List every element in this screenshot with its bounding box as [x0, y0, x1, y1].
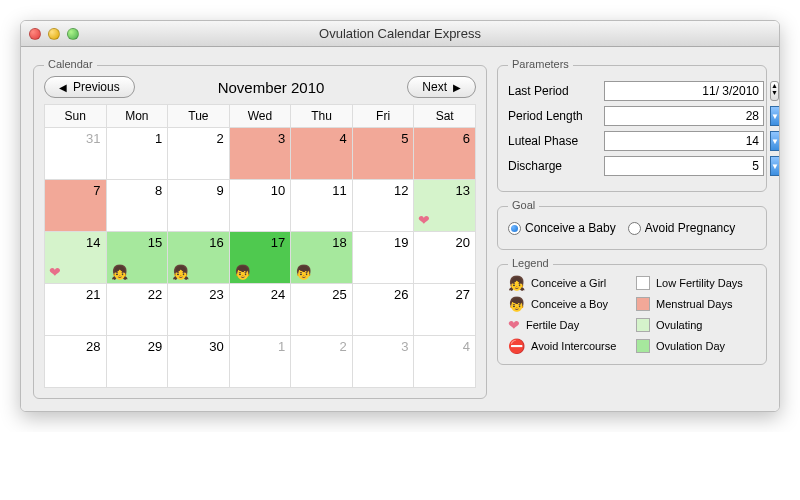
parameters-panel: Parameters Last Period ▲ ▼ Period Length… — [497, 65, 767, 192]
day-header: Fri — [352, 105, 414, 128]
conceive-label: Conceive a Baby — [525, 221, 616, 235]
last-period-stepper[interactable]: ▲ ▼ — [770, 81, 779, 101]
radio-icon — [628, 222, 641, 235]
calendar-cell[interactable]: 7 — [45, 180, 107, 232]
calendar-cell[interactable]: 1 — [229, 336, 291, 388]
calendar-cell[interactable]: 2 — [291, 336, 353, 388]
cell-date: 6 — [463, 131, 470, 146]
cell-date: 4 — [463, 339, 470, 354]
cell-date: 13 — [456, 183, 470, 198]
period-length-field[interactable] — [604, 106, 764, 126]
calendar-cell[interactable]: 4 — [414, 336, 476, 388]
previous-button[interactable]: ◀ Previous — [44, 76, 135, 98]
legend-item: Ovulating — [636, 317, 756, 333]
calendar-cell[interactable]: 18👦 — [291, 232, 353, 284]
calendar-cell[interactable]: 3 — [229, 128, 291, 180]
day-header-row: SunMonTueWedThuFriSat — [45, 105, 476, 128]
day-header: Sun — [45, 105, 107, 128]
period-length-label: Period Length — [508, 109, 598, 123]
luteal-phase-dropdown[interactable]: ▼ — [770, 131, 780, 151]
cell-date: 30 — [209, 339, 223, 354]
chevron-right-icon: ▶ — [453, 82, 461, 93]
cell-date: 23 — [209, 287, 223, 302]
girl-icon: 👧 — [172, 264, 189, 280]
color-swatch — [636, 339, 650, 353]
avoid-radio[interactable]: Avoid Pregnancy — [628, 221, 736, 235]
calendar-cell[interactable]: 2 — [168, 128, 230, 180]
calendar-cell[interactable]: 25 — [291, 284, 353, 336]
cell-date: 1 — [278, 339, 285, 354]
girl-icon: 👧 — [111, 264, 128, 280]
luteal-phase-row: Luteal Phase ▼ days — [508, 131, 756, 151]
calendar-cell[interactable]: 11 — [291, 180, 353, 232]
legend-item: Low Fertility Days — [636, 275, 756, 291]
calendar-cell[interactable]: 20 — [414, 232, 476, 284]
calendar-cell[interactable]: 24 — [229, 284, 291, 336]
calendar-cell[interactable]: 6 — [414, 128, 476, 180]
calendar-cell[interactable]: 28 — [45, 336, 107, 388]
calendar-cell[interactable]: 23 — [168, 284, 230, 336]
legend-item: ⛔Avoid Intercourse — [508, 338, 628, 354]
calendar-row: 2829301234 — [45, 336, 476, 388]
luteal-phase-field[interactable] — [604, 131, 764, 151]
zoom-icon[interactable] — [67, 28, 79, 40]
legend-item: Ovulation Day — [636, 338, 756, 354]
color-swatch — [636, 297, 650, 311]
calendar-row: 14❤15👧16👧17👦18👦1920 — [45, 232, 476, 284]
calendar-cell[interactable]: 30 — [168, 336, 230, 388]
calendar-cell[interactable]: 16👧 — [168, 232, 230, 284]
legend-label: Menstrual Days — [656, 298, 732, 310]
legend-panel: Legend 👧Conceive a GirlLow Fertility Day… — [497, 264, 767, 365]
cell-date: 18 — [332, 235, 346, 250]
period-length-dropdown[interactable]: ▼ — [770, 106, 780, 126]
legend-label: Fertile Day — [526, 319, 579, 331]
close-icon[interactable] — [29, 28, 41, 40]
calendar-cell[interactable]: 15👧 — [106, 232, 168, 284]
conceive-radio[interactable]: Conceive a Baby — [508, 221, 616, 235]
calendar-cell[interactable]: 9 — [168, 180, 230, 232]
next-button[interactable]: Next ▶ — [407, 76, 476, 98]
discharge-field[interactable] — [604, 156, 764, 176]
calendar-cell[interactable]: 22 — [106, 284, 168, 336]
cell-date: 3 — [401, 339, 408, 354]
cell-date: 12 — [394, 183, 408, 198]
calendar-cell[interactable]: 12 — [352, 180, 414, 232]
calendar-cell[interactable]: 17👦 — [229, 232, 291, 284]
girl-icon: 👧 — [508, 275, 525, 291]
period-length-row: Period Length ▼ days — [508, 106, 756, 126]
legend-label: Conceive a Girl — [531, 277, 606, 289]
calendar-cell[interactable]: 1 — [106, 128, 168, 180]
legend-label: Low Fertility Days — [656, 277, 743, 289]
calendar-cell[interactable]: 4 — [291, 128, 353, 180]
calendar-cell[interactable]: 8 — [106, 180, 168, 232]
calendar-cell[interactable]: 21 — [45, 284, 107, 336]
calendar-cell[interactable]: 3 — [352, 336, 414, 388]
cell-date: 15 — [148, 235, 162, 250]
calendar-cell[interactable]: 29 — [106, 336, 168, 388]
boy-icon: 👦 — [508, 296, 525, 312]
calendar-cell[interactable]: 5 — [352, 128, 414, 180]
day-header: Tue — [168, 105, 230, 128]
calendar-cell[interactable]: 31 — [45, 128, 107, 180]
heart-icon: ❤ — [418, 212, 430, 228]
legend-label: Ovulating — [656, 319, 702, 331]
avoid-icon: ⛔ — [508, 338, 525, 354]
minimize-icon[interactable] — [48, 28, 60, 40]
boy-icon: 👦 — [295, 264, 312, 280]
calendar-cell[interactable]: 14❤ — [45, 232, 107, 284]
calendar-cell[interactable]: 27 — [414, 284, 476, 336]
day-header: Mon — [106, 105, 168, 128]
avoid-label: Avoid Pregnancy — [645, 221, 736, 235]
calendar-cell[interactable]: 19 — [352, 232, 414, 284]
discharge-dropdown[interactable]: ▼ — [770, 156, 780, 176]
last-period-field[interactable] — [604, 81, 764, 101]
parameters-box-label: Parameters — [508, 58, 573, 70]
titlebar: Ovulation Calendar Express — [21, 21, 779, 47]
cell-date: 17 — [271, 235, 285, 250]
calendar-cell[interactable]: 13❤ — [414, 180, 476, 232]
calendar-cell[interactable]: 26 — [352, 284, 414, 336]
goal-panel: Goal Conceive a Baby Avoid Pregnancy — [497, 206, 767, 250]
cell-date: 27 — [456, 287, 470, 302]
calendar-cell[interactable]: 10 — [229, 180, 291, 232]
cell-date: 9 — [216, 183, 223, 198]
